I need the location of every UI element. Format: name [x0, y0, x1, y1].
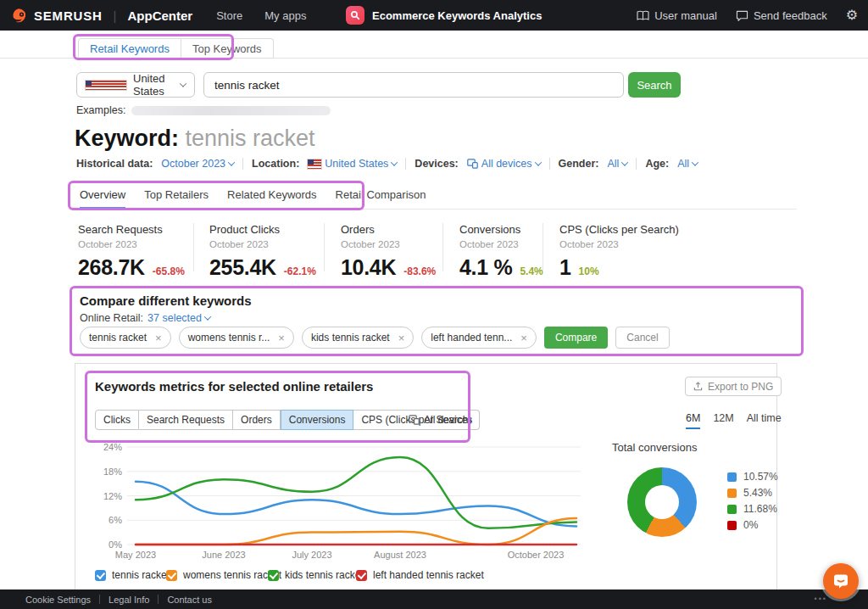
semrush-flame-icon — [12, 7, 29, 24]
keyword-search-input[interactable] — [203, 72, 624, 98]
chevron-down-icon — [692, 159, 698, 165]
keyword-chip[interactable]: left handed tenn...× — [421, 327, 537, 349]
examples-placeholder — [131, 106, 331, 115]
country-select[interactable]: United States — [76, 72, 195, 98]
tab-top-keywords[interactable]: Top Keywords — [181, 38, 274, 59]
close-icon[interactable]: × — [398, 332, 405, 344]
checkbox-checked-icon[interactable] — [268, 570, 279, 581]
footer-contact-us[interactable]: Contact us — [167, 595, 212, 605]
checkbox-checked-icon[interactable] — [95, 570, 106, 581]
page-title: Keyword: tennis racket — [75, 126, 315, 152]
magnifier-icon — [350, 10, 360, 20]
toggle-orders[interactable]: Orders — [233, 410, 281, 430]
legend-swatch — [727, 521, 737, 530]
retailers-selected-dropdown[interactable]: 37 selected — [147, 312, 210, 324]
series-toggle[interactable]: womens tennis racket — [166, 569, 281, 581]
conversions-line-chart: 0%6%12%18%24%May 2023June 2023July 2023A… — [85, 439, 589, 563]
historical-data-dropdown[interactable]: October 2023 — [161, 158, 234, 170]
delta-badge: -83.6% — [403, 265, 436, 277]
checkbox-checked-icon[interactable] — [356, 570, 367, 581]
svg-text:October 2023: October 2023 — [508, 550, 565, 560]
gear-icon[interactable]: ⚙ — [846, 8, 858, 22]
metric-search-requests: Search Requests October 2023 268.7K-65.8… — [78, 223, 185, 280]
svg-text:18%: 18% — [103, 467, 122, 477]
cancel-button[interactable]: Cancel — [615, 327, 669, 349]
chat-widget-button[interactable] — [823, 563, 859, 599]
series-toggle[interactable]: tennis racket — [95, 569, 170, 581]
user-manual-button[interactable]: User manual — [637, 9, 717, 22]
delta-badge: 10% — [579, 265, 599, 277]
footer: Cookie Settings Legal Info Contact us ••… — [0, 589, 868, 609]
range-6m[interactable]: 6M — [686, 412, 700, 429]
tab-retail-comparison[interactable]: Retail Comparison — [336, 188, 426, 210]
export-icon — [693, 382, 703, 391]
tab-overview[interactable]: Overview — [80, 188, 125, 210]
brand-name: SEMRUSH — [34, 8, 103, 23]
donut-legend-item: 10.57% — [727, 471, 778, 483]
svg-text:July 2023: July 2023 — [292, 550, 331, 560]
chat-dots: ••• — [815, 595, 827, 603]
checkbox-checked-icon[interactable] — [166, 570, 177, 581]
donut-legend-item: 5.43% — [727, 487, 778, 499]
devices-icon — [409, 415, 420, 425]
tab-top-retailers[interactable]: Top Retailers — [144, 188, 209, 210]
scope-label: Online Retail: — [80, 312, 143, 324]
keyword-chip[interactable]: womens tennis r...× — [179, 327, 294, 349]
gender-dropdown[interactable]: All — [607, 158, 627, 170]
series-toggle[interactable]: kids tennis racket — [268, 569, 364, 581]
card-title: Keywords metrics for selected online ret… — [95, 379, 373, 394]
location-dropdown[interactable]: United States — [308, 158, 397, 170]
legend-swatch — [727, 489, 737, 498]
metric-product-clicks: Product Clicks October 2023 255.4K-62.1% — [209, 223, 316, 280]
toggle-search-requests[interactable]: Search Requests — [139, 410, 233, 430]
range-12m[interactable]: 12M — [713, 412, 733, 429]
donut-legend-item: 11.68% — [727, 503, 778, 515]
chevron-down-icon — [621, 159, 628, 165]
devices-dropdown[interactable]: All devices — [467, 158, 541, 170]
metric-orders: Orders October 2023 10.4K-83.6% — [341, 223, 436, 280]
search-button[interactable]: Search — [628, 72, 681, 98]
chevron-down-icon — [180, 80, 186, 87]
us-flag-icon — [308, 159, 321, 169]
tab-related-keywords[interactable]: Related Keywords — [227, 188, 317, 210]
toggle-conversions[interactable]: Conversions — [281, 410, 354, 430]
examples-label: Examples: — [76, 104, 125, 116]
feedback-bubble-icon — [736, 10, 748, 21]
footer-legal-info[interactable]: Legal Info — [108, 595, 149, 605]
series-toggle[interactable]: left handed tennis racket — [356, 569, 484, 581]
us-flag-icon — [86, 81, 126, 90]
compare-title: Compare different keywords — [80, 293, 252, 308]
keyword-chip[interactable]: tennis racket× — [80, 327, 171, 349]
metric-cps: CPS (Clicks per Search) October 2023 110… — [559, 223, 679, 280]
nav-store[interactable]: Store — [216, 9, 242, 22]
age-dropdown[interactable]: All — [677, 158, 698, 170]
book-icon — [637, 10, 649, 21]
keyword-chip[interactable]: kids tennis racket× — [302, 327, 414, 349]
delta-badge: -65.8% — [153, 265, 185, 277]
close-icon[interactable]: × — [520, 332, 527, 344]
all-devices-filter[interactable]: All devices — [409, 414, 472, 426]
range-all-time[interactable]: All time — [747, 412, 782, 429]
svg-text:12%: 12% — [103, 491, 122, 501]
app-icon — [346, 6, 364, 25]
top-nav: SEMRUSH | AppCenter Store My apps Ecomme… — [0, 0, 868, 31]
svg-text:6%: 6% — [108, 515, 122, 525]
toggle-clicks[interactable]: Clicks — [95, 410, 139, 430]
footer-cookie-settings[interactable]: Cookie Settings — [25, 595, 91, 605]
app-title: Ecommerce Keywords Analytics — [372, 9, 542, 22]
donut-legend: 10.57% 5.43% 11.68% 0% — [727, 471, 778, 531]
total-conversions-donut-chart — [627, 467, 697, 537]
chevron-down-icon — [228, 159, 235, 165]
tab-retail-keywords[interactable]: Retail Keywords — [78, 38, 181, 59]
donut-legend-item: 0% — [727, 519, 778, 531]
send-feedback-button[interactable]: Send feedback — [736, 9, 827, 22]
compare-button[interactable]: Compare — [544, 327, 608, 349]
app-root: SEMRUSH | AppCenter Store My apps Ecomme… — [0, 0, 868, 609]
close-icon[interactable]: × — [155, 332, 162, 344]
nav-my-apps[interactable]: My apps — [264, 9, 306, 22]
export-png-button[interactable]: Export to PNG — [685, 377, 782, 396]
close-icon[interactable]: × — [278, 332, 285, 344]
brand-product: AppCenter — [128, 8, 193, 23]
semrush-logo[interactable]: SEMRUSH | AppCenter — [12, 7, 192, 24]
legend-swatch — [727, 505, 737, 514]
